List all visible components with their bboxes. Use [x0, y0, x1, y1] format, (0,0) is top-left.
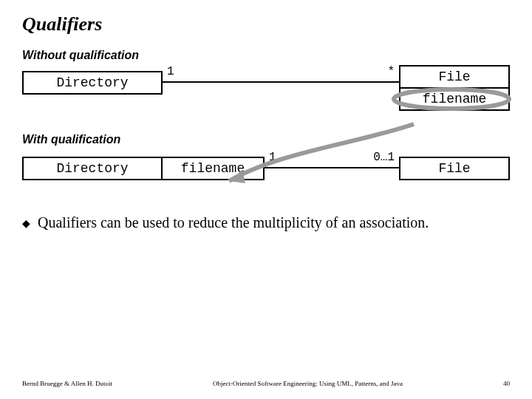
uml-class-directory: Directory [22, 71, 163, 95]
bullet-text: Qualifiers can be used to reduce the mul… [38, 214, 429, 231]
uml-qualifier: filename [161, 157, 265, 180]
uml-class-file-name: File [400, 66, 508, 87]
uml-qualifier-label: filename [163, 158, 263, 179]
diagram-without: Directory File filename 1 * [22, 65, 510, 117]
bullet-icon: ◆ [22, 214, 30, 233]
section-without-label: Without qualification [22, 49, 510, 62]
slide-footer: Bernd Bruegge & Allen H. Dutoit Object-O… [22, 380, 510, 387]
multiplicity-left: 1 [167, 65, 174, 78]
uml-class-directory-q: Directory [22, 157, 163, 180]
footer-center: Object-Oriented Software Engineering: Us… [213, 380, 403, 387]
uml-class-file: File filename [399, 65, 510, 111]
page-title: Qualifiers [22, 13, 510, 35]
uml-class-file-q: File [399, 157, 510, 180]
section-with-label: With qualification [22, 133, 510, 146]
footer-left: Bernd Bruegge & Allen H. Dutoit [22, 380, 112, 387]
multiplicity-right: * [387, 65, 395, 78]
association-line-q [265, 167, 399, 168]
footer-right: 40 [503, 380, 510, 387]
multiplicity-right-q: 0…1 [373, 151, 395, 164]
association-line [163, 81, 399, 83]
diagram-with: Directory filename File 1 0…1 [22, 149, 510, 194]
uml-class-directory-q-name: Directory [24, 158, 161, 179]
uml-class-file-attr: filename [400, 87, 508, 109]
uml-class-file-q-name: File [400, 158, 508, 179]
multiplicity-left-q: 1 [269, 151, 276, 164]
uml-class-directory-name: Directory [24, 72, 161, 93]
bullet-item: ◆ Qualifiers can be used to reduce the m… [22, 214, 510, 233]
